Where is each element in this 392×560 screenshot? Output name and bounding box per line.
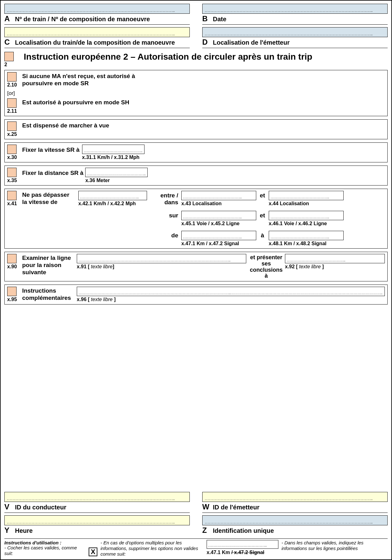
caption-x46: x.46.1 Voie / x.46.2 Ligne [269,221,344,226]
label-d-letter: D [202,38,213,47]
field-y-time[interactable] [4,515,190,525]
field-z-unique-id[interactable] [202,515,388,525]
label-c-letter: C [4,38,15,47]
caption-x31: x.31.1 Km/h / x.31.2 Mph [82,155,145,160]
field-x44[interactable] [269,191,344,200]
checkbox-x41[interactable] [7,191,17,200]
caption-x44: x.44 Localisation [269,201,344,206]
label-2-10: Si aucune MA n'est reçue, est autorisé à… [22,72,166,87]
num-x90: x.90 [7,264,17,270]
caption-x36: x.36 Meter [85,178,148,183]
checkbox-x35[interactable] [7,168,17,177]
field-x91[interactable] [77,254,246,263]
field-x96[interactable] [77,287,385,296]
checkbox-x25[interactable] [7,121,17,131]
checkbox-x30[interactable] [7,145,17,154]
caption-x92: x.92 [ texte libre ] [285,264,385,270]
num-x25: x.25 [7,131,17,137]
checkbox-x95[interactable] [7,287,17,296]
field-d-emitter-location[interactable] [202,27,388,37]
instruction-3: - Dans les champs valides, indiquez les … [282,540,388,557]
checkbox-title[interactable] [4,52,14,61]
page-title: Instruction européenne 2 – Autorisation … [24,52,312,62]
field-x46[interactable] [269,211,344,220]
field-x36[interactable] [85,168,148,177]
field-x45[interactable] [181,211,256,220]
caption-x91: x.91 [ texte libre] [77,264,246,270]
caption-x42: x.42.1 Km/h / x.42.2 Mph [78,201,147,206]
label-de: de [147,231,181,239]
field-x47[interactable] [181,231,256,240]
instruction-1: - Cocher les cases valides, comme suit: [4,545,86,556]
label-b-letter: B [202,14,213,23]
label-z-letter: Z [202,526,213,535]
num-x30: x.30 [7,155,17,160]
label-w-letter: W [202,503,213,511]
num-x95: x.95 [7,297,17,302]
label-w-text: ID de l'émetteur [213,504,259,511]
caption-x96: x.96 [ texte libre ] [77,297,385,302]
checkbox-x90[interactable] [7,254,17,263]
or-label: [or] [7,90,385,97]
checkbox-2-10[interactable] [7,72,17,82]
instruction-2: - En cas de d'options multiples pour les… [100,540,203,557]
caption-example: x.47.1 Km / x.47.2 Signal [207,549,278,555]
label-x41-l1: Ne pas dépasser [22,191,69,198]
label-sur: sur [147,211,181,219]
caption-x45: x.45.1 Voie / x.45.2 Ligne [181,221,256,226]
label-c-text: Localisation du train/de la composition … [15,39,175,46]
label-y-text: Heure [15,527,33,534]
label-x25: Est dispensé de marcher à vue [22,121,109,129]
x-mark-icon: X [89,548,97,556]
num-x35: x.35 [7,178,17,183]
checkbox-2-11[interactable] [7,98,17,108]
label-y-letter: Y [4,526,15,535]
label-a-text: Nº de train / Nº de composition de manoe… [15,16,150,23]
field-x31[interactable] [82,145,145,154]
label-a: à [256,231,269,239]
label-et2: et [256,211,269,219]
label-et1: et [256,191,269,199]
label-v-text: ID du conducteur [15,504,66,511]
field-v-driver-id[interactable] [4,492,190,502]
caption-x43: x.43 Localisation [181,201,256,206]
field-b-date[interactable] [202,4,388,14]
label-x95: Instructions complémentaires [22,287,77,302]
title-number: 2 [4,62,7,67]
label-a-letter: A [4,14,15,23]
num-x41: x.41 [7,201,17,206]
caption-x48: x.48.1 Km / x.48.2 Signal [269,241,344,246]
field-c-train-location[interactable] [4,27,190,37]
field-w-emitter-id[interactable] [202,492,388,502]
field-x42[interactable] [78,191,147,200]
num-2-11: 2.11 [7,108,17,114]
field-x92[interactable] [285,254,385,263]
label-x30: Fixer la vitesse SR à [22,145,80,154]
label-x90: Examiner la ligne pour la raison suivant… [22,254,77,276]
label-z-text: Identification unique [213,527,274,534]
label-x41-l2: la vitesse de [22,199,57,205]
field-x48[interactable] [269,231,344,240]
caption-x47: x.47.1 Km / x.47.2 Signal [181,241,256,246]
label-x90-mid: et présenter ses conclusions à [247,254,285,279]
label-v-letter: V [4,503,15,511]
field-x43[interactable] [181,191,256,200]
label-x35: Fixer la distance SR à [22,168,83,177]
label-b-text: Date [213,16,226,23]
field-a-train-number[interactable] [4,4,190,14]
num-2-10: 2.10 [7,82,17,88]
field-example [207,540,278,549]
label-entre: entre / dans [147,191,181,206]
label-2-11: Est autorisé à poursuivre en mode SH [22,98,129,106]
label-d-text: Localisation de l'émetteur [213,39,290,46]
